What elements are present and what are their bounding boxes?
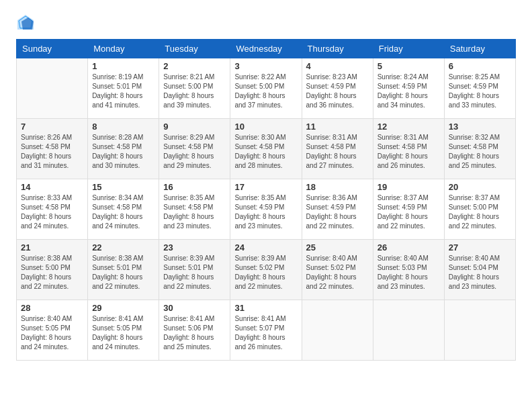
calendar-header-row: SundayMondayTuesdayWednesdayThursdayFrid… <box>17 40 516 58</box>
day-number: 14 <box>21 182 83 192</box>
calendar-cell: 28Sunrise: 8:40 AMSunset: 5:05 PMDayligh… <box>17 300 88 361</box>
day-info: Sunrise: 8:19 AMSunset: 5:01 PMDaylight:… <box>92 73 154 110</box>
calendar-col-tuesday: Tuesday <box>159 40 230 58</box>
day-number: 29 <box>92 303 154 313</box>
calendar-cell: 18Sunrise: 8:36 AMSunset: 4:59 PMDayligh… <box>302 179 373 240</box>
day-info: Sunrise: 8:37 AMSunset: 4:59 PMDaylight:… <box>378 193 440 231</box>
day-number: 17 <box>234 182 297 192</box>
day-info: Sunrise: 8:41 AMSunset: 5:06 PMDaylight:… <box>163 314 226 352</box>
day-info: Sunrise: 8:23 AMSunset: 4:59 PMDaylight:… <box>306 73 369 110</box>
day-number: 10 <box>234 122 297 132</box>
day-number: 3 <box>234 61 297 71</box>
day-number: 25 <box>306 242 369 253</box>
day-info: Sunrise: 8:40 AMSunset: 5:04 PMDaylight:… <box>449 254 511 291</box>
day-number: 5 <box>378 61 440 71</box>
calendar-col-sunday: Sunday <box>17 40 88 58</box>
calendar-cell: 8Sunrise: 8:28 AMSunset: 4:58 PMDaylight… <box>88 119 159 179</box>
day-info: Sunrise: 8:22 AMSunset: 5:00 PMDaylight:… <box>234 73 297 110</box>
day-info: Sunrise: 8:40 AMSunset: 5:05 PMDaylight:… <box>21 314 83 352</box>
calendar-cell: 2Sunrise: 8:21 AMSunset: 5:00 PMDaylight… <box>159 58 230 119</box>
calendar-week-row: 21Sunrise: 8:38 AMSunset: 5:00 PMDayligh… <box>17 240 516 300</box>
day-number: 7 <box>21 122 83 132</box>
day-number: 12 <box>378 122 440 132</box>
day-info: Sunrise: 8:34 AMSunset: 4:58 PMDaylight:… <box>92 193 154 231</box>
day-number: 13 <box>449 122 511 132</box>
calendar-cell: 1Sunrise: 8:19 AMSunset: 5:01 PMDaylight… <box>88 58 159 119</box>
calendar-cell: 19Sunrise: 8:37 AMSunset: 4:59 PMDayligh… <box>373 179 444 240</box>
day-number: 30 <box>163 303 226 313</box>
calendar-week-row: 7Sunrise: 8:26 AMSunset: 4:58 PMDaylight… <box>17 119 516 179</box>
day-number: 24 <box>234 242 297 253</box>
day-info: Sunrise: 8:41 AMSunset: 5:05 PMDaylight:… <box>92 314 154 352</box>
day-number: 9 <box>163 122 226 132</box>
calendar-cell: 3Sunrise: 8:22 AMSunset: 5:00 PMDaylight… <box>230 58 302 119</box>
calendar-col-thursday: Thursday <box>302 40 373 58</box>
day-number: 23 <box>163 242 226 253</box>
calendar-cell: 9Sunrise: 8:29 AMSunset: 4:58 PMDaylight… <box>159 119 230 179</box>
day-info: Sunrise: 8:25 AMSunset: 4:59 PMDaylight:… <box>449 73 511 110</box>
day-number: 22 <box>92 242 154 253</box>
day-info: Sunrise: 8:26 AMSunset: 4:58 PMDaylight:… <box>21 133 83 171</box>
day-info: Sunrise: 8:38 AMSunset: 5:00 PMDaylight:… <box>21 254 83 291</box>
calendar-cell <box>373 300 444 361</box>
logo <box>16 13 38 32</box>
day-info: Sunrise: 8:35 AMSunset: 4:58 PMDaylight:… <box>163 193 226 231</box>
calendar-cell: 20Sunrise: 8:37 AMSunset: 5:00 PMDayligh… <box>444 179 515 240</box>
day-number: 1 <box>92 61 154 71</box>
calendar-col-saturday: Saturday <box>444 40 515 58</box>
day-number: 28 <box>21 303 83 313</box>
day-number: 8 <box>92 122 154 132</box>
day-info: Sunrise: 8:39 AMSunset: 5:02 PMDaylight:… <box>234 254 297 291</box>
calendar-week-row: 1Sunrise: 8:19 AMSunset: 5:01 PMDaylight… <box>17 58 516 119</box>
calendar-cell: 4Sunrise: 8:23 AMSunset: 4:59 PMDaylight… <box>302 58 373 119</box>
calendar-cell <box>302 300 373 361</box>
calendar-cell: 10Sunrise: 8:30 AMSunset: 4:58 PMDayligh… <box>230 119 302 179</box>
day-number: 31 <box>234 303 297 313</box>
day-number: 11 <box>306 122 369 132</box>
calendar-col-monday: Monday <box>88 40 159 58</box>
day-number: 16 <box>163 182 226 192</box>
day-info: Sunrise: 8:40 AMSunset: 5:03 PMDaylight:… <box>378 254 440 291</box>
day-number: 21 <box>21 242 83 253</box>
calendar-week-row: 14Sunrise: 8:33 AMSunset: 4:58 PMDayligh… <box>17 179 516 240</box>
day-info: Sunrise: 8:31 AMSunset: 4:58 PMDaylight:… <box>306 133 369 171</box>
day-number: 2 <box>163 61 226 71</box>
calendar-cell: 27Sunrise: 8:40 AMSunset: 5:04 PMDayligh… <box>444 240 515 300</box>
day-info: Sunrise: 8:36 AMSunset: 4:59 PMDaylight:… <box>306 193 369 231</box>
calendar-cell: 22Sunrise: 8:38 AMSunset: 5:01 PMDayligh… <box>88 240 159 300</box>
day-number: 26 <box>378 242 440 253</box>
day-info: Sunrise: 8:35 AMSunset: 4:59 PMDaylight:… <box>234 193 297 231</box>
day-number: 18 <box>306 182 369 192</box>
day-info: Sunrise: 8:28 AMSunset: 4:58 PMDaylight:… <box>92 133 154 171</box>
day-info: Sunrise: 8:29 AMSunset: 4:58 PMDaylight:… <box>163 133 226 171</box>
calendar-cell: 6Sunrise: 8:25 AMSunset: 4:59 PMDaylight… <box>444 58 515 119</box>
header <box>16 13 516 32</box>
calendar-col-friday: Friday <box>373 40 444 58</box>
calendar-cell <box>17 58 88 119</box>
calendar-cell: 16Sunrise: 8:35 AMSunset: 4:58 PMDayligh… <box>159 179 230 240</box>
calendar-cell: 11Sunrise: 8:31 AMSunset: 4:58 PMDayligh… <box>302 119 373 179</box>
calendar-week-row: 28Sunrise: 8:40 AMSunset: 5:05 PMDayligh… <box>17 300 516 361</box>
day-number: 27 <box>449 242 511 253</box>
calendar-cell: 13Sunrise: 8:32 AMSunset: 4:58 PMDayligh… <box>444 119 515 179</box>
day-info: Sunrise: 8:41 AMSunset: 5:07 PMDaylight:… <box>234 314 297 352</box>
day-number: 20 <box>449 182 511 192</box>
day-info: Sunrise: 8:31 AMSunset: 4:58 PMDaylight:… <box>378 133 440 171</box>
day-info: Sunrise: 8:21 AMSunset: 5:00 PMDaylight:… <box>163 73 226 110</box>
calendar-col-wednesday: Wednesday <box>230 40 302 58</box>
calendar-cell: 14Sunrise: 8:33 AMSunset: 4:58 PMDayligh… <box>17 179 88 240</box>
calendar-cell: 21Sunrise: 8:38 AMSunset: 5:00 PMDayligh… <box>17 240 88 300</box>
calendar-cell: 26Sunrise: 8:40 AMSunset: 5:03 PMDayligh… <box>373 240 444 300</box>
calendar-cell <box>444 300 515 361</box>
day-info: Sunrise: 8:24 AMSunset: 4:59 PMDaylight:… <box>378 73 440 110</box>
calendar-cell: 29Sunrise: 8:41 AMSunset: 5:05 PMDayligh… <box>88 300 159 361</box>
day-info: Sunrise: 8:38 AMSunset: 5:01 PMDaylight:… <box>92 254 154 291</box>
calendar-table: SundayMondayTuesdayWednesdayThursdayFrid… <box>16 39 516 361</box>
day-number: 15 <box>92 182 154 192</box>
calendar-cell: 25Sunrise: 8:40 AMSunset: 5:02 PMDayligh… <box>302 240 373 300</box>
calendar-cell: 24Sunrise: 8:39 AMSunset: 5:02 PMDayligh… <box>230 240 302 300</box>
day-info: Sunrise: 8:30 AMSunset: 4:58 PMDaylight:… <box>234 133 297 171</box>
day-info: Sunrise: 8:39 AMSunset: 5:01 PMDaylight:… <box>163 254 226 291</box>
calendar-cell: 17Sunrise: 8:35 AMSunset: 4:59 PMDayligh… <box>230 179 302 240</box>
day-info: Sunrise: 8:40 AMSunset: 5:02 PMDaylight:… <box>306 254 369 291</box>
